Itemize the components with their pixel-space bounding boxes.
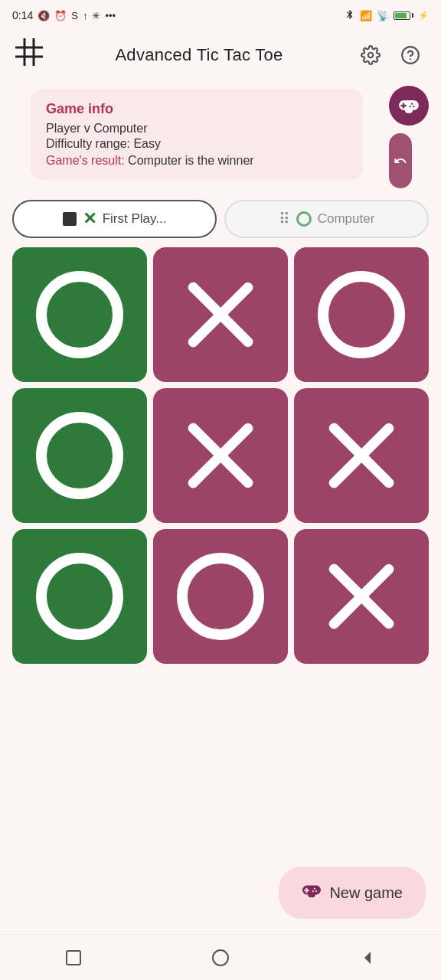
o-symbol: [318, 271, 405, 358]
mute-icon: 🔇: [38, 10, 50, 21]
o-symbol: [177, 553, 264, 640]
svg-rect-7: [67, 951, 80, 965]
circle-icon: [296, 211, 312, 227]
bluetooth-icon: [345, 9, 355, 22]
status-time: 0:14 🔇 ⏰ S ↑ ✳ •••: [12, 9, 116, 21]
cell-2-1[interactable]: [153, 529, 288, 664]
x-symbol: [177, 271, 264, 358]
computer-tab[interactable]: ⠿ Computer: [224, 200, 429, 238]
undo-button[interactable]: [389, 133, 412, 188]
info-section: Game info Player v Computer Difficulty r…: [0, 80, 441, 192]
asterisk-icon: ✳: [92, 10, 100, 21]
x-symbol: [318, 412, 405, 499]
cell-1-0[interactable]: [12, 388, 147, 523]
square-icon: [63, 212, 77, 226]
o-symbol: [36, 271, 123, 358]
cell-1-1[interactable]: [153, 388, 288, 523]
dice-icon: ⠿: [279, 210, 290, 228]
upload-icon: ↑: [83, 10, 88, 21]
game-difficulty: Difficulty range: Easy: [46, 137, 348, 151]
time-display: 0:14: [12, 9, 33, 21]
new-game-button[interactable]: New game: [279, 867, 426, 919]
game-board: [12, 247, 429, 664]
signal-icon: 📶: [360, 10, 372, 21]
cell-0-0[interactable]: [12, 247, 147, 382]
game-result: Game's result: Computer is the winner: [46, 154, 348, 168]
cell-0-1[interactable]: [153, 247, 288, 382]
game-info-card: Game info Player v Computer Difficulty r…: [31, 89, 363, 180]
app-title: Advanced Tic Tac Toe: [115, 45, 283, 65]
app-bar-actions: [355, 40, 426, 70]
battery-indicator: [394, 11, 413, 20]
game-mode: Player v Computer: [46, 122, 348, 136]
svg-point-8: [213, 950, 228, 965]
cell-2-2[interactable]: [294, 529, 429, 664]
app-bar: Advanced Tic Tac Toe: [0, 31, 441, 80]
x-symbol: [177, 412, 264, 499]
game-info-title: Game info: [46, 101, 348, 117]
new-game-label: New game: [329, 884, 403, 902]
svg-point-4: [368, 53, 374, 58]
x-symbol: [318, 553, 405, 640]
bottom-navigation: [0, 934, 441, 980]
player-tabs: ✕ First Play... ⠿ Computer: [12, 200, 429, 238]
svg-marker-9: [364, 952, 371, 964]
cell-0-2[interactable]: [294, 247, 429, 382]
app-logo: [15, 38, 43, 72]
first-player-label: First Play...: [103, 211, 167, 227]
new-game-icon: [302, 880, 322, 905]
cell-2-0[interactable]: [12, 529, 147, 664]
back-button[interactable]: [354, 944, 381, 972]
gamepad-button[interactable]: [389, 86, 429, 126]
status-bar: 0:14 🔇 ⏰ S ↑ ✳ ••• 📶 📡 ⚡: [0, 0, 441, 31]
game-result-value: Computer is the winner: [128, 154, 254, 167]
status-icons: 📶 📡 ⚡: [345, 9, 429, 22]
o-symbol: [36, 412, 123, 499]
first-player-tab[interactable]: ✕ First Play...: [12, 200, 217, 238]
computer-label: Computer: [318, 211, 375, 227]
home-button[interactable]: [207, 944, 234, 972]
game-info-area: Game info Player v Computer Difficulty r…: [12, 80, 381, 192]
charging-icon: ⚡: [418, 11, 429, 21]
recent-apps-button[interactable]: [60, 944, 87, 972]
new-game-section: New game: [0, 867, 441, 934]
dollar-icon: S: [71, 10, 78, 21]
side-controls: [389, 80, 429, 188]
settings-button[interactable]: [355, 40, 386, 70]
wifi-icon: 📡: [377, 10, 389, 21]
o-symbol: [36, 553, 123, 640]
more-icon: •••: [105, 10, 116, 21]
cell-1-2[interactable]: [294, 388, 429, 523]
game-result-label: Game's result:: [46, 154, 125, 167]
help-button[interactable]: [395, 40, 426, 70]
alarm-icon: ⏰: [54, 10, 67, 21]
x-icon: ✕: [83, 209, 96, 229]
